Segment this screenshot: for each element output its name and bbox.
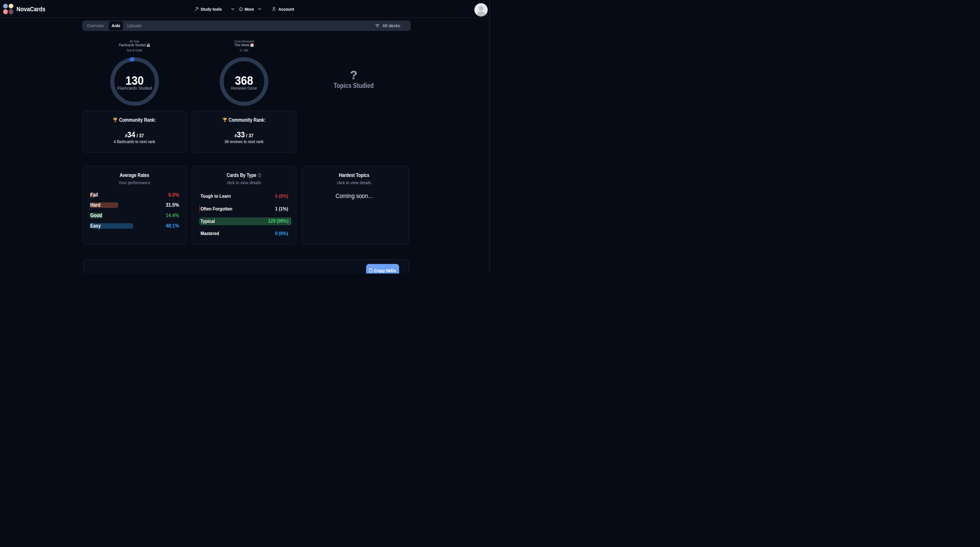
- svg-text:17: 17: [251, 44, 253, 46]
